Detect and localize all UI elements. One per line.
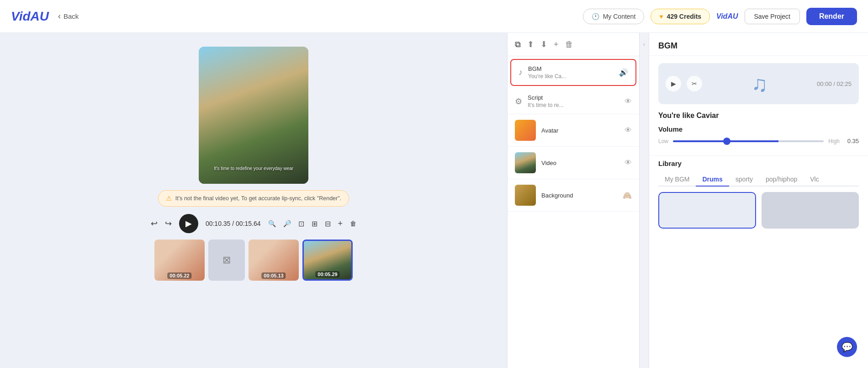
bgm-layer-label: BGM bbox=[528, 65, 566, 72]
volume-value: 0.35 bbox=[844, 138, 859, 144]
main-layout: It's time to redefine your everyday wear… bbox=[0, 33, 868, 368]
script-sublabel: It's time to re... bbox=[528, 102, 563, 108]
clip-4-duration: 00:05.29 bbox=[315, 271, 339, 277]
warning-text: It's not the final video yet, To get acc… bbox=[175, 195, 341, 202]
video-layer-content: Video bbox=[515, 152, 556, 173]
avatar-vis-button[interactable]: 👁 bbox=[625, 126, 632, 134]
timeline-clip-1[interactable]: 00:05.22 bbox=[154, 240, 205, 281]
add-layer-button[interactable]: + bbox=[554, 40, 559, 49]
header: VidAU ‹ Back 🕐 My Content ♥ 429 Credits … bbox=[0, 0, 868, 33]
split-button[interactable]: ⊞ bbox=[312, 219, 318, 228]
tab-drums[interactable]: Drums bbox=[696, 173, 729, 187]
bgm-cut-button[interactable]: ✂ bbox=[687, 76, 702, 91]
bgm-layer-sublabel: You're like Ca... bbox=[528, 73, 566, 80]
tab-vlc[interactable]: Vlc bbox=[804, 173, 825, 187]
back-label: Back bbox=[64, 12, 79, 20]
undo-button[interactable]: ↩ bbox=[151, 219, 158, 229]
right-panel: BGM ▶ ✂ ♫ 00:00 / 02:25 You're like Cavi… bbox=[649, 33, 868, 368]
bgm-wave-controls: ▶ ✂ bbox=[666, 76, 702, 91]
volume-slider[interactable] bbox=[673, 140, 824, 142]
volume-section: Volume Low High 0.35 bbox=[649, 125, 868, 152]
avatar-layer[interactable]: Avatar 👁 bbox=[508, 114, 639, 147]
align-button[interactable]: ⊟ bbox=[325, 219, 331, 228]
video-label: Video bbox=[541, 160, 556, 166]
avatar-thumb bbox=[515, 120, 536, 141]
render-button[interactable]: Render bbox=[806, 8, 857, 25]
save-project-button[interactable]: Save Project bbox=[745, 9, 800, 24]
chat-icon: 💬 bbox=[842, 341, 853, 352]
bgm-play-button[interactable]: ▶ bbox=[666, 76, 681, 91]
header-right: 🕐 My Content ♥ 429 Credits VidAU Save Pr… bbox=[583, 8, 857, 25]
volume-slider-row: Low High 0.35 bbox=[658, 138, 859, 144]
script-layer[interactable]: ⚙ Script It's time to re... 👁 bbox=[508, 89, 639, 114]
placeholder-icon: ⊠ bbox=[222, 254, 231, 266]
music-icon: ♪ bbox=[519, 68, 523, 77]
video-vis-button[interactable]: 👁 bbox=[625, 159, 632, 167]
bgm-layer-content: ♪ BGM You're like Ca... bbox=[519, 65, 566, 80]
center-panel: ⧉ ⬆ ⬇ + 🗑 ♪ BGM You're like Ca... 🔊 bbox=[507, 33, 640, 368]
video-layer[interactable]: Video 👁 bbox=[508, 147, 639, 179]
background-label: Background bbox=[541, 192, 573, 199]
background-layer-content: Background bbox=[515, 185, 573, 206]
frame-button[interactable]: ⊡ bbox=[298, 219, 304, 228]
move-down-button[interactable]: ⬇ bbox=[540, 39, 547, 49]
move-up-button[interactable]: ⬆ bbox=[527, 39, 534, 49]
divider bbox=[649, 155, 868, 156]
bgm-time-display: 00:00 / 02:25 bbox=[817, 80, 852, 87]
background-thumb bbox=[515, 185, 536, 206]
avatar-layer-content: Avatar bbox=[515, 120, 558, 141]
time-display: 00:10.35 / 00:15.64 bbox=[206, 220, 261, 227]
back-icon: ‹ bbox=[58, 11, 61, 21]
bgm-music-icon-container: ♫ bbox=[702, 71, 817, 96]
zoom-in-button[interactable]: 🔎 bbox=[283, 220, 291, 227]
library-grid bbox=[658, 192, 859, 229]
library-card-1[interactable] bbox=[658, 192, 756, 229]
timeline-clip-2[interactable]: ⊠ bbox=[208, 240, 245, 281]
credits-label: 429 Credits bbox=[667, 13, 701, 20]
bgm-song-title: You're like Caviar bbox=[649, 112, 868, 125]
clock-icon: 🕐 bbox=[592, 13, 599, 20]
vidau-brand-button[interactable]: VidAU bbox=[716, 12, 738, 21]
clip-1-duration: 00:05.22 bbox=[167, 272, 191, 279]
library-tabs: My BGM Drums sporty pop/hiphop Vlc bbox=[658, 173, 859, 187]
credits-button[interactable]: ♥ 429 Credits bbox=[651, 9, 710, 24]
heart-icon: ♥ bbox=[659, 13, 663, 20]
redo-button[interactable]: ↪ bbox=[165, 219, 172, 229]
play-button[interactable]: ▶ bbox=[179, 214, 198, 233]
library-card-2[interactable] bbox=[762, 192, 859, 229]
copy-layer-button[interactable]: ⧉ bbox=[515, 40, 521, 49]
my-content-label: My Content bbox=[603, 13, 636, 20]
bgm-waveform: ▶ ✂ ♫ 00:00 / 02:25 bbox=[658, 63, 859, 104]
script-vis-button[interactable]: 👁 bbox=[625, 97, 632, 106]
library-label: Library bbox=[658, 160, 859, 167]
background-vis-button[interactable]: 🙈 bbox=[623, 191, 632, 200]
warning-bar: ⚠ It's not the final video yet, To get a… bbox=[158, 190, 349, 207]
chat-bubble-button[interactable]: 💬 bbox=[837, 337, 857, 357]
play-icon: ▶ bbox=[185, 219, 192, 229]
tab-sporty[interactable]: sporty bbox=[729, 173, 759, 187]
collapse-panel-button[interactable]: ‹ bbox=[640, 33, 649, 56]
script-label: Script bbox=[528, 94, 563, 101]
bgm-music-note-icon: ♫ bbox=[752, 71, 768, 96]
back-button[interactable]: ‹ Back bbox=[58, 11, 79, 21]
logo: VidAU bbox=[11, 9, 49, 24]
timeline-clip-3[interactable]: 00:05.13 bbox=[249, 240, 299, 281]
timeline-clip-4[interactable]: 00:05.29 bbox=[302, 240, 353, 281]
bgm-layer[interactable]: ♪ BGM You're like Ca... 🔊 bbox=[510, 59, 636, 86]
bgm-volume-button[interactable]: 🔊 bbox=[619, 68, 628, 77]
avatar-label: Avatar bbox=[541, 127, 558, 134]
my-content-button[interactable]: 🕐 My Content bbox=[583, 9, 645, 24]
zoom-out-button[interactable]: 🔍 bbox=[268, 220, 276, 227]
video-thumb bbox=[515, 152, 536, 173]
background-layer[interactable]: Background 🙈 bbox=[508, 179, 639, 212]
right-panel-title: BGM bbox=[649, 33, 868, 56]
add-button[interactable]: + bbox=[338, 219, 343, 229]
tab-my-bgm[interactable]: My BGM bbox=[658, 173, 696, 187]
delete-layer-button[interactable]: 🗑 bbox=[565, 40, 573, 49]
delete-button[interactable]: 🗑 bbox=[350, 220, 356, 227]
video-preview: It's time to redefine your everyday wear bbox=[199, 47, 308, 184]
bgm-layer-info: BGM You're like Ca... bbox=[528, 65, 566, 80]
panel-toolbar: ⧉ ⬆ ⬇ + 🗑 bbox=[508, 33, 639, 56]
tab-pophiphop[interactable]: pop/hiphop bbox=[759, 173, 804, 187]
script-layer-info: Script It's time to re... bbox=[528, 94, 563, 108]
